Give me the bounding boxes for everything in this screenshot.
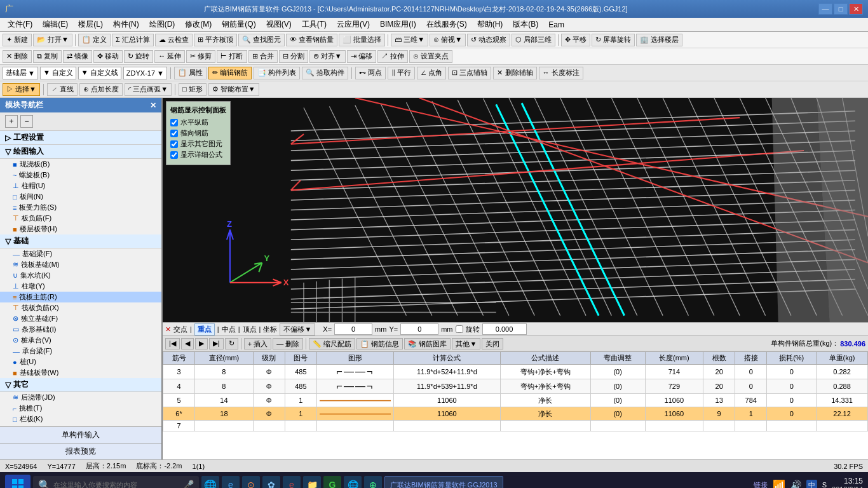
viewport-3d[interactable]: 钢筋显示控制面板 水平纵筋 箍向钢筋 显示其它图元 显示详细公式 bbox=[163, 98, 868, 322]
delete-button[interactable]: ✕ 删除 bbox=[3, 50, 32, 63]
nav-last-button[interactable]: ▶| bbox=[209, 338, 224, 349]
sidebar-item-cap-beam[interactable]: —承台梁(F) bbox=[0, 346, 161, 356]
move-button[interactable]: ✥ 移动 bbox=[93, 50, 123, 63]
select-button[interactable]: ▷ 选择▼ bbox=[3, 83, 40, 96]
delete-aux-button[interactable]: ✕ 删除辅轴 bbox=[493, 67, 536, 79]
split-button[interactable]: ⊟ 分割 bbox=[279, 50, 308, 63]
nav-next-button[interactable]: ▶ bbox=[195, 338, 208, 349]
taskbar-app-folder[interactable]: 📁 bbox=[303, 476, 321, 488]
sidebar-item-raft-neg-rebar[interactable]: ⊤筏板负筋(X) bbox=[0, 302, 161, 313]
trim-button[interactable]: ✂ 修剪 bbox=[186, 50, 215, 63]
sidebar-item-post-cast-band[interactable]: ≋后浇带(JD) bbox=[0, 392, 161, 403]
taskbar-active-app[interactable]: 广联达BIM钢筋算量软件 GGJ2013 bbox=[384, 476, 503, 488]
table-row[interactable]: 4 8 Φ 485 ⌐——¬ 11.9*d+539+11.9*d 弯钩+净长+弯… bbox=[163, 379, 868, 394]
show-formula-checkbox[interactable] bbox=[170, 151, 178, 159]
align-slab-button[interactable]: ⊞ 平齐板顶 bbox=[194, 34, 237, 46]
minimize-button[interactable]: — bbox=[818, 3, 832, 15]
tray-ime[interactable]: 中 bbox=[806, 480, 817, 489]
snap-vertex[interactable]: 顶点 bbox=[243, 325, 257, 334]
table-row[interactable]: 5 14 Φ 1 ———————— 11060 净长 (0) 11060 13 … bbox=[163, 394, 868, 407]
start-button[interactable] bbox=[5, 475, 31, 488]
snap-rotate-input[interactable] bbox=[482, 323, 527, 335]
scale-rebar-button[interactable]: 📏 缩尺配筋 bbox=[309, 338, 355, 349]
topview-button[interactable]: ⊙ 俯视▼ bbox=[430, 34, 466, 46]
define-button[interactable]: 📋 定义 bbox=[78, 34, 111, 46]
sidebar-item-sump[interactable]: ∪集水坑(K) bbox=[0, 270, 161, 281]
sidebar-item-cast-slab[interactable]: ■现浇板(B) bbox=[0, 159, 161, 170]
open-button[interactable]: 📂 打开▼ bbox=[33, 34, 72, 46]
sidebar-item-raft-main-rebar[interactable]: ≡筏板主筋(R) bbox=[0, 292, 161, 302]
menu-help[interactable]: 帮助(H) bbox=[472, 18, 508, 31]
sidebar-item-isolated-found[interactable]: ⊗独立基础(F) bbox=[0, 313, 161, 324]
other-button[interactable]: 其他▼ bbox=[452, 338, 480, 349]
menu-eam[interactable]: Eam bbox=[543, 19, 569, 30]
sidebar-section-draw[interactable]: ▽ 绘图输入 bbox=[0, 145, 161, 159]
sidebar-item-strip-found[interactable]: ▭条形基础(I) bbox=[0, 324, 161, 335]
rotate-button[interactable]: ↻ 旋转 bbox=[124, 50, 153, 63]
line-button[interactable]: ⟋ 直线 bbox=[47, 83, 78, 96]
sidebar-item-slab-rebar[interactable]: ≡板受力筋(S) bbox=[0, 202, 161, 213]
calc-button[interactable]: Σ 汇总计算 bbox=[112, 34, 154, 46]
sidebar-section-project[interactable]: ▷ 工程设置 bbox=[0, 131, 161, 145]
close-rebar-button[interactable]: 关闭 bbox=[482, 338, 503, 349]
tray-wifi-icon[interactable]: 📶 bbox=[773, 479, 785, 489]
sidebar-remove-button[interactable]: − bbox=[20, 115, 33, 128]
taskbar-app-g[interactable]: G bbox=[323, 476, 341, 488]
tray-ime-en[interactable]: S bbox=[822, 481, 827, 488]
close-button[interactable]: ✕ bbox=[849, 3, 863, 15]
menu-component[interactable]: 构件(N) bbox=[108, 18, 144, 31]
tray-volume-icon[interactable]: 🔊 bbox=[790, 480, 801, 488]
extend-button[interactable]: ↔ 延伸 bbox=[154, 50, 185, 63]
floor-dropdown[interactable]: 基础层 ▼ bbox=[3, 67, 38, 79]
point-angle-button[interactable]: ∠ 点角 bbox=[417, 67, 446, 79]
custom-dropdown[interactable]: ▼ 自定义 bbox=[40, 67, 76, 79]
menu-view[interactable]: 视图(V) bbox=[261, 18, 297, 31]
search-bar[interactable]: 🔍 🎤 bbox=[33, 476, 199, 488]
rebar-horizontal-toggle[interactable]: 水平纵筋 bbox=[170, 118, 226, 127]
sidebar-item-found-band[interactable]: ■基础板带(W) bbox=[0, 367, 161, 378]
menu-online[interactable]: 在线服务(S) bbox=[421, 18, 472, 31]
menu-version[interactable]: 版本(B) bbox=[508, 18, 543, 31]
insert-button[interactable]: + 插入 bbox=[244, 338, 271, 349]
sidebar-section-foundation[interactable]: ▽ 基础 bbox=[0, 234, 161, 248]
menu-cloud[interactable]: 云应用(V) bbox=[332, 18, 375, 31]
rect-button[interactable]: □ 矩形 bbox=[179, 83, 207, 96]
merge-button[interactable]: ⊞ 合并 bbox=[248, 50, 278, 63]
pan-button[interactable]: ✥ 平移 bbox=[561, 34, 590, 46]
3d-button[interactable]: 🗃 三维▼ bbox=[391, 34, 428, 46]
sidebar-item-col-pedestal[interactable]: ⊥柱墩(Y) bbox=[0, 281, 161, 292]
batch-select-button[interactable]: ⬜ 批量选择 bbox=[339, 34, 385, 46]
mirror-button[interactable]: ⇄ 镜像 bbox=[63, 50, 92, 63]
show-elements-checkbox[interactable] bbox=[170, 140, 178, 148]
menu-file[interactable]: 文件(F) bbox=[3, 18, 37, 31]
view-rebar-button[interactable]: 👁 查看钢筋量 bbox=[286, 34, 337, 46]
menu-bim[interactable]: BIM应用(I) bbox=[375, 18, 421, 31]
two-point-button[interactable]: ⊷ 两点 bbox=[355, 67, 386, 79]
stirrup-rebar-checkbox[interactable] bbox=[170, 130, 178, 137]
find-element-button[interactable]: 🔍 查找图元 bbox=[238, 34, 285, 46]
sidebar-section-other[interactable]: ▽ 其它 bbox=[0, 378, 161, 392]
taskbar-app-ie2[interactable]: e bbox=[283, 476, 301, 488]
sidebar-item-foundation-beam[interactable]: —基础梁(F) bbox=[0, 248, 161, 259]
sidebar-item-eave[interactable]: ⌐挑檐(T) bbox=[0, 403, 161, 414]
break-button[interactable]: ⊢ 打断 bbox=[217, 50, 247, 63]
menu-edit[interactable]: 编辑(E) bbox=[37, 18, 73, 31]
menu-floor[interactable]: 楼层(L) bbox=[73, 18, 108, 31]
offset-button[interactable]: ⇥ 偏移 bbox=[347, 50, 376, 63]
sidebar-item-parapet[interactable]: □栏板(K) bbox=[0, 414, 161, 424]
snap-coord[interactable]: 坐标 bbox=[263, 325, 277, 334]
nav-prev-button[interactable]: ◀ bbox=[181, 338, 194, 349]
customline-dropdown[interactable]: ▼ 自定义线 bbox=[78, 67, 121, 79]
sidebar-item-column-cap[interactable]: ⊥柱帽(U) bbox=[0, 180, 161, 191]
sidebar-item-pile[interactable]: ●桩(U) bbox=[0, 356, 161, 367]
snap-center[interactable]: 中点 bbox=[222, 325, 236, 334]
sidebar-item-raft[interactable]: ≋筏板基础(M) bbox=[0, 259, 161, 270]
menu-tools[interactable]: 工具(T) bbox=[297, 18, 332, 31]
snap-midpoint[interactable]: 重点 bbox=[194, 323, 215, 336]
rebar-lib-button[interactable]: 📚 钢筋图库 bbox=[404, 338, 451, 349]
maximize-button[interactable]: □ bbox=[834, 3, 848, 15]
snap-rotate-checkbox[interactable] bbox=[456, 325, 463, 333]
edit-rebar-button[interactable]: ✏ 编辑钢筋 bbox=[208, 67, 252, 79]
component-list-button[interactable]: 📑 构件列表 bbox=[254, 67, 300, 79]
point-add-len-button[interactable]: ⊕ 点加长度 bbox=[79, 83, 123, 96]
